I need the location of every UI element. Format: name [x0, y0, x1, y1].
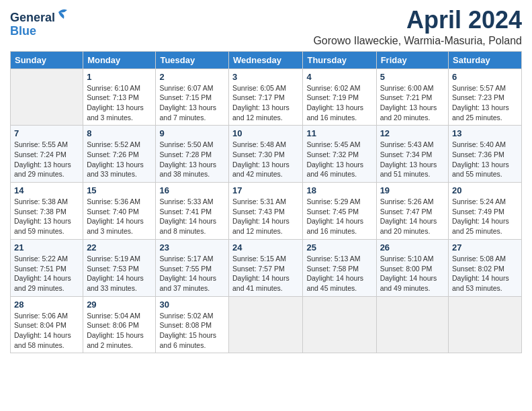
- day-number: 3: [232, 72, 299, 82]
- day-info: Sunrise: 5:38 AMSunset: 7:38 PMDaylight:…: [14, 197, 79, 236]
- day-number: 28: [14, 300, 79, 310]
- day-number: 4: [306, 72, 372, 82]
- calendar-cell: [449, 296, 522, 353]
- day-number: 11: [306, 128, 372, 138]
- day-info: Sunrise: 5:36 AMSunset: 7:40 PMDaylight:…: [87, 197, 152, 236]
- day-info: Sunrise: 5:33 AMSunset: 7:41 PMDaylight:…: [159, 197, 225, 236]
- weekday-header: Saturday: [449, 51, 522, 68]
- svg-text:General: General: [10, 11, 55, 24]
- calendar-cell: 20Sunrise: 5:24 AMSunset: 7:49 PMDayligh…: [449, 183, 522, 240]
- day-number: 25: [306, 242, 372, 253]
- header-right: April 2024 Gorowo Ilaweckie, Warmia-Masu…: [313, 7, 522, 47]
- day-number: 26: [380, 242, 445, 253]
- day-number: 10: [232, 128, 299, 138]
- day-info: Sunrise: 5:40 AMSunset: 7:36 PMDaylight:…: [452, 140, 518, 179]
- day-number: 1: [87, 72, 152, 82]
- day-info: Sunrise: 6:02 AMSunset: 7:19 PMDaylight:…: [306, 83, 372, 123]
- calendar-week-row: 14Sunrise: 5:38 AMSunset: 7:38 PMDayligh…: [11, 183, 522, 240]
- day-number: 20: [452, 185, 518, 195]
- day-number: 27: [452, 242, 518, 253]
- calendar-cell: [229, 296, 303, 353]
- calendar-cell: 13Sunrise: 5:40 AMSunset: 7:36 PMDayligh…: [449, 126, 522, 183]
- day-info: Sunrise: 5:06 AMSunset: 8:04 PMDaylight:…: [14, 311, 79, 351]
- calendar-cell: [376, 296, 448, 353]
- day-info: Sunrise: 6:10 AMSunset: 7:13 PMDaylight:…: [87, 83, 152, 123]
- calendar-cell: 2Sunrise: 6:07 AMSunset: 7:15 PMDaylight…: [156, 68, 229, 126]
- day-number: 9: [159, 128, 225, 138]
- calendar-cell: 22Sunrise: 5:19 AMSunset: 7:53 PMDayligh…: [83, 239, 156, 296]
- calendar-cell: 17Sunrise: 5:31 AMSunset: 7:43 PMDayligh…: [229, 183, 303, 240]
- calendar-cell: 6Sunrise: 5:57 AMSunset: 7:23 PMDaylight…: [449, 68, 522, 126]
- day-info: Sunrise: 5:29 AMSunset: 7:45 PMDaylight:…: [306, 197, 372, 236]
- day-info: Sunrise: 5:08 AMSunset: 8:02 PMDaylight:…: [452, 254, 518, 293]
- day-number: 21: [14, 242, 79, 253]
- weekday-header: Tuesday: [156, 51, 229, 68]
- day-info: Sunrise: 5:22 AMSunset: 7:51 PMDaylight:…: [14, 254, 79, 293]
- logo-icon: General Blue: [10, 7, 71, 40]
- day-info: Sunrise: 5:15 AMSunset: 7:57 PMDaylight:…: [232, 254, 299, 293]
- weekday-header: Friday: [376, 51, 448, 68]
- calendar-cell: 19Sunrise: 5:26 AMSunset: 7:47 PMDayligh…: [376, 183, 448, 240]
- day-number: 2: [159, 72, 225, 82]
- day-info: Sunrise: 5:02 AMSunset: 8:08 PMDaylight:…: [159, 311, 225, 351]
- calendar-cell: 14Sunrise: 5:38 AMSunset: 7:38 PMDayligh…: [11, 183, 83, 240]
- day-info: Sunrise: 5:31 AMSunset: 7:43 PMDaylight:…: [232, 197, 299, 236]
- calendar-table: SundayMondayTuesdayWednesdayThursdayFrid…: [10, 51, 522, 354]
- day-number: 24: [232, 242, 299, 253]
- day-info: Sunrise: 5:45 AMSunset: 7:32 PMDaylight:…: [306, 140, 372, 179]
- day-number: 23: [159, 242, 225, 253]
- day-number: 6: [452, 72, 518, 82]
- calendar-cell: 28Sunrise: 5:06 AMSunset: 8:04 PMDayligh…: [11, 296, 83, 353]
- location: Gorowo Ilaweckie, Warmia-Masuria, Poland: [313, 35, 522, 47]
- day-info: Sunrise: 5:26 AMSunset: 7:47 PMDaylight:…: [380, 197, 445, 236]
- day-info: Sunrise: 5:52 AMSunset: 7:26 PMDaylight:…: [87, 140, 152, 179]
- calendar-cell: 21Sunrise: 5:22 AMSunset: 7:51 PMDayligh…: [11, 239, 83, 296]
- day-info: Sunrise: 5:24 AMSunset: 7:49 PMDaylight:…: [452, 197, 518, 236]
- calendar-cell: 30Sunrise: 5:02 AMSunset: 8:08 PMDayligh…: [156, 296, 229, 353]
- calendar-cell: 25Sunrise: 5:13 AMSunset: 7:58 PMDayligh…: [303, 239, 376, 296]
- day-number: 16: [159, 185, 225, 195]
- day-info: Sunrise: 5:19 AMSunset: 7:53 PMDaylight:…: [87, 254, 152, 293]
- day-info: Sunrise: 5:55 AMSunset: 7:24 PMDaylight:…: [14, 140, 79, 179]
- calendar-cell: 23Sunrise: 5:17 AMSunset: 7:55 PMDayligh…: [156, 239, 229, 296]
- day-number: 30: [159, 300, 225, 310]
- day-info: Sunrise: 5:10 AMSunset: 8:00 PMDaylight:…: [380, 254, 445, 293]
- day-number: 18: [306, 185, 372, 195]
- weekday-header: Wednesday: [229, 51, 303, 68]
- calendar-cell: 12Sunrise: 5:43 AMSunset: 7:34 PMDayligh…: [376, 126, 448, 183]
- calendar-cell: 1Sunrise: 6:10 AMSunset: 7:13 PMDaylight…: [83, 68, 156, 126]
- day-info: Sunrise: 5:57 AMSunset: 7:23 PMDaylight:…: [452, 83, 518, 123]
- calendar-cell: [11, 68, 83, 126]
- calendar-header-row: SundayMondayTuesdayWednesdayThursdayFrid…: [11, 51, 522, 68]
- calendar-cell: 8Sunrise: 5:52 AMSunset: 7:26 PMDaylight…: [83, 126, 156, 183]
- calendar-cell: 10Sunrise: 5:48 AMSunset: 7:30 PMDayligh…: [229, 126, 303, 183]
- calendar-week-row: 21Sunrise: 5:22 AMSunset: 7:51 PMDayligh…: [11, 239, 522, 296]
- day-info: Sunrise: 5:04 AMSunset: 8:06 PMDaylight:…: [87, 311, 152, 351]
- calendar-cell: 24Sunrise: 5:15 AMSunset: 7:57 PMDayligh…: [229, 239, 303, 296]
- calendar-cell: 11Sunrise: 5:45 AMSunset: 7:32 PMDayligh…: [303, 126, 376, 183]
- calendar-cell: 4Sunrise: 6:02 AMSunset: 7:19 PMDaylight…: [303, 68, 376, 126]
- weekday-header: Thursday: [303, 51, 376, 68]
- day-number: 15: [87, 185, 152, 195]
- day-number: 8: [87, 128, 152, 138]
- day-number: 5: [380, 72, 445, 82]
- calendar-cell: 7Sunrise: 5:55 AMSunset: 7:24 PMDaylight…: [11, 126, 83, 183]
- weekday-header: Sunday: [11, 51, 83, 68]
- calendar-cell: 26Sunrise: 5:10 AMSunset: 8:00 PMDayligh…: [376, 239, 448, 296]
- svg-text:Blue: Blue: [10, 24, 36, 38]
- calendar-cell: 9Sunrise: 5:50 AMSunset: 7:28 PMDaylight…: [156, 126, 229, 183]
- day-info: Sunrise: 6:00 AMSunset: 7:21 PMDaylight:…: [380, 83, 445, 123]
- day-number: 12: [380, 128, 445, 138]
- day-number: 29: [87, 300, 152, 310]
- month-title: April 2024: [313, 7, 522, 34]
- day-number: 14: [14, 185, 79, 195]
- day-number: 13: [452, 128, 518, 138]
- logo: General Blue: [10, 7, 71, 40]
- day-info: Sunrise: 6:05 AMSunset: 7:17 PMDaylight:…: [232, 83, 299, 123]
- calendar-week-row: 28Sunrise: 5:06 AMSunset: 8:04 PMDayligh…: [11, 296, 522, 353]
- weekday-header: Monday: [83, 51, 156, 68]
- day-number: 17: [232, 185, 299, 195]
- day-info: Sunrise: 5:50 AMSunset: 7:28 PMDaylight:…: [159, 140, 225, 179]
- calendar-cell: 15Sunrise: 5:36 AMSunset: 7:40 PMDayligh…: [83, 183, 156, 240]
- calendar-week-row: 1Sunrise: 6:10 AMSunset: 7:13 PMDaylight…: [11, 68, 522, 126]
